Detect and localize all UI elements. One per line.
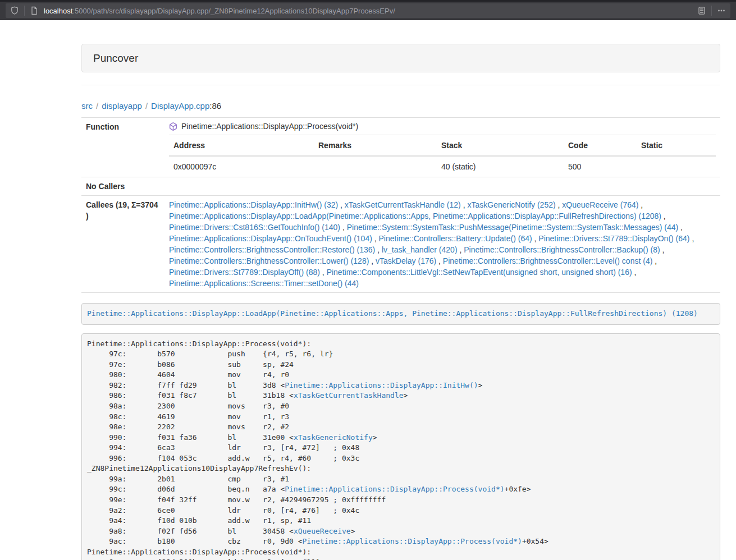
callees-line: Pinetime::Applications::DisplayApp::Init…: [169, 199, 716, 210]
address-value: 0x0000097c: [169, 156, 314, 177]
breadcrumb-separator: /: [145, 101, 148, 111]
highlighted-symbol-box: Pinetime::Applications::DisplayApp::Load…: [81, 303, 720, 325]
divider: [81, 85, 720, 85]
callers-cell: [164, 177, 720, 196]
function-name: Pinetime::Applications::DisplayApp::Proc…: [181, 120, 358, 132]
highlighted-symbol-link[interactable]: Pinetime::Applications::DisplayApp::Load…: [87, 309, 698, 318]
callee-link[interactable]: Pinetime::Controllers::Battery::Update()…: [379, 234, 532, 243]
function-stats-table: Address Remarks Stack Code Static 0x0000…: [169, 135, 716, 177]
callee-link[interactable]: Pinetime::Controllers::BrightnessControl…: [169, 256, 369, 265]
callee-link[interactable]: Pinetime::Applications::DisplayApp::Init…: [169, 200, 338, 209]
callee-link[interactable]: Pinetime::System::SystemTask::PushMessag…: [347, 223, 679, 232]
stack-value: 40 (static): [437, 156, 564, 177]
reader-view-icon[interactable]: [697, 6, 706, 15]
callers-row: No Callers: [81, 177, 720, 196]
callee-link[interactable]: Pinetime::Applications::DisplayApp::OnTo…: [169, 234, 372, 243]
breadcrumb: src/displayapp/DisplayApp.cpp:86: [81, 100, 720, 112]
app-header-panel: Puncover: [81, 44, 720, 72]
assembly-code: Pinetime::Applications::DisplayApp::Proc…: [81, 333, 720, 560]
callee-link[interactable]: Pinetime::Controllers::BrightnessControl…: [169, 245, 375, 254]
urlbar-divider: [711, 6, 712, 16]
asm-symbol-link[interactable]: xQueueReceive: [294, 527, 351, 535]
callees-line: Pinetime::Controllers::BrightnessControl…: [169, 255, 716, 267]
app-title-link[interactable]: Puncover: [93, 52, 138, 64]
col-header-code: Code: [564, 135, 637, 157]
function-row: Function Pinetime::Applications::Display…: [81, 118, 720, 177]
stats-data-row: 0x0000097c 40 (static) 500: [169, 156, 716, 177]
remarks-value: [314, 156, 437, 177]
asm-symbol-link[interactable]: xTaskGenericNotify: [294, 433, 373, 442]
callee-link[interactable]: Pinetime::Controllers::BrightnessControl…: [464, 245, 660, 254]
callee-link[interactable]: xQueueReceive (764): [562, 200, 638, 209]
asm-symbol-link[interactable]: Pinetime::Applications::DisplayApp::Init…: [285, 381, 478, 389]
page-container: Puncover src/displayapp/DisplayApp.cpp:8…: [81, 20, 720, 560]
function-info-table: Function Pinetime::Applications::Display…: [81, 117, 720, 293]
callees-line: Pinetime::Applications::Screens::Timer::…: [169, 278, 716, 289]
callee-link[interactable]: lv_task_handler (420): [382, 245, 458, 254]
callee-link[interactable]: Pinetime::Controllers::BrightnessControl…: [443, 256, 652, 265]
col-header-remarks: Remarks: [314, 135, 437, 157]
static-value: [637, 156, 716, 177]
shield-icon[interactable]: [10, 6, 19, 15]
breadcrumb-link-displayapp[interactable]: displayapp: [102, 101, 142, 111]
callee-link[interactable]: xTaskGenericNotify (252): [467, 200, 555, 209]
callee-link[interactable]: xTaskGetCurrentTaskHandle (12): [345, 200, 461, 209]
breadcrumb-separator: /: [96, 101, 98, 111]
code-size-value: 500: [564, 156, 637, 177]
url-text[interactable]: localhost:5000/path/src/displayapp/Displ…: [44, 7, 697, 15]
function-row-label: Function: [81, 118, 164, 177]
callers-row-label: No Callers: [81, 177, 164, 196]
breadcrumb-line-number: :86: [209, 101, 221, 111]
callee-link[interactable]: Pinetime::Drivers::Cst816S::GetTouchInfo…: [169, 223, 340, 232]
function-cell: Pinetime::Applications::DisplayApp::Proc…: [164, 118, 720, 177]
callees-line: Pinetime::Controllers::BrightnessControl…: [169, 244, 716, 255]
asm-symbol-link[interactable]: xTaskGetCurrentTaskHandle: [294, 391, 404, 400]
callee-link[interactable]: Pinetime::Applications::DisplayApp::Load…: [169, 212, 661, 221]
callees-row-label: Callees (19, Σ=3704 ): [81, 196, 164, 293]
function-name-line: Pinetime::Applications::DisplayApp::Proc…: [169, 120, 716, 132]
col-header-address: Address: [169, 135, 314, 157]
page-icon[interactable]: [30, 6, 39, 15]
callees-cell: Pinetime::Applications::DisplayApp::Init…: [164, 196, 720, 293]
url-path: :5000/path/src/displayapp/DisplayApp.cpp…: [72, 7, 395, 15]
callee-link[interactable]: vTaskDelay (176): [376, 256, 436, 265]
col-header-stack: Stack: [437, 135, 564, 157]
callees-line: Pinetime::Drivers::St7789::DisplayOff() …: [169, 267, 716, 278]
callee-link[interactable]: Pinetime::Applications::Screens::Timer::…: [169, 279, 359, 288]
package-cube-icon: [169, 122, 177, 131]
col-header-static: Static: [637, 135, 716, 157]
urlbar-divider: [24, 6, 25, 16]
ellipsis-menu-icon[interactable]: [717, 6, 726, 15]
callees-row: Callees (19, Σ=3704 ) Pinetime::Applicat…: [81, 196, 720, 293]
callee-link[interactable]: Pinetime::Components::LittleVgl::SetNewT…: [327, 268, 632, 277]
callee-link[interactable]: Pinetime::Drivers::St7789::DisplayOff() …: [169, 268, 320, 277]
callees-line: Pinetime::Applications::DisplayApp::Load…: [169, 210, 716, 222]
callee-link[interactable]: Pinetime::Drivers::St7789::DisplayOn() (…: [538, 234, 689, 243]
breadcrumb-link-src[interactable]: src: [81, 101, 93, 111]
callees-line: Pinetime::Applications::DisplayApp::OnTo…: [169, 233, 716, 244]
breadcrumb-link-file[interactable]: DisplayApp.cpp: [151, 101, 209, 111]
callees-line: Pinetime::Drivers::Cst816S::GetTouchInfo…: [169, 222, 716, 233]
asm-symbol-link[interactable]: Pinetime::Applications::DisplayApp::Proc…: [285, 485, 504, 493]
asm-symbol-link[interactable]: Pinetime::Applications::DisplayApp::Proc…: [303, 537, 522, 545]
url-host: localhost: [44, 7, 72, 15]
browser-toolbar: localhost:5000/path/src/displayapp/Displ…: [0, 0, 736, 20]
url-bar[interactable]: localhost:5000/path/src/displayapp/Displ…: [6, 3, 730, 18]
stats-header-row: Address Remarks Stack Code Static: [169, 135, 716, 157]
